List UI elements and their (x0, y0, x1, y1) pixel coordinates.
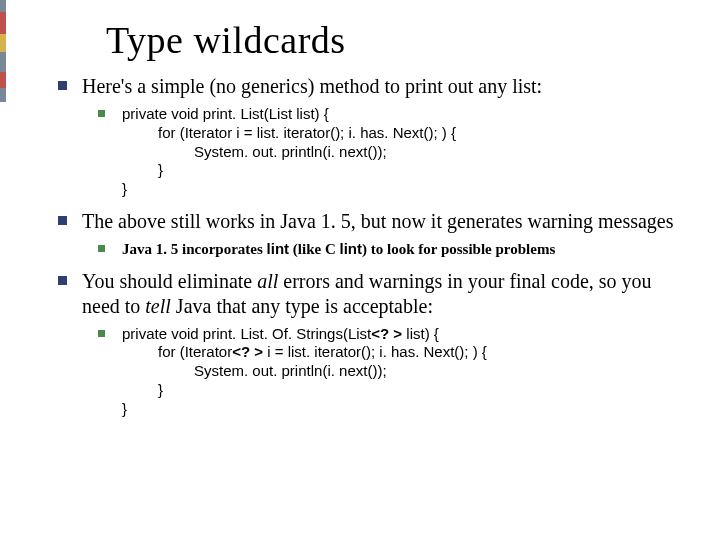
bullet-level1: The above still works in Java 1. 5, but … (52, 209, 690, 234)
code-text: private void print. List. Of. Strings(Li… (122, 325, 371, 342)
code-text: list) { (402, 325, 439, 342)
square-bullet-icon (98, 330, 105, 337)
slide: Type wildcards Here's a simple (no gener… (0, 0, 720, 540)
bullet-level1: Here's a simple (no generics) method to … (52, 74, 690, 99)
accent-segment (0, 34, 6, 52)
accent-segment (0, 72, 6, 88)
code-line: } (122, 381, 690, 400)
code-line: private void print. List. Of. Strings(Li… (122, 325, 690, 344)
square-bullet-icon (98, 110, 105, 117)
code-text: for (Iterator (158, 343, 232, 360)
slide-body: Here's a simple (no generics) method to … (52, 74, 690, 418)
accent-segment (0, 88, 6, 102)
text: You should eliminate (82, 270, 257, 292)
square-bullet-icon (58, 276, 67, 285)
slide-title: Type wildcards (106, 18, 690, 62)
square-bullet-icon (58, 81, 67, 90)
text: Java that any type is acceptable: (171, 295, 433, 317)
code-line: } (122, 180, 690, 199)
accent-segment (0, 12, 6, 34)
square-bullet-icon (98, 245, 105, 252)
code-block: private void print. List. Of. Strings(Li… (94, 325, 690, 419)
accent-segment (0, 0, 6, 12)
code-line: } (122, 161, 690, 180)
code-line: private void print. List(List list) { (122, 105, 690, 124)
square-bullet-icon (58, 216, 67, 225)
text: (like C (289, 241, 339, 257)
bullet-text: Here's a simple (no generics) method to … (82, 75, 542, 97)
code-block: private void print. List(List list) { fo… (94, 105, 690, 199)
accent-segment (0, 52, 6, 72)
inline-code: lint (340, 240, 363, 257)
wildcard: <? > (232, 343, 263, 360)
text: Java 1. 5 incorporates (122, 241, 267, 257)
code-line: } (122, 400, 690, 419)
accent-bar (0, 0, 6, 540)
code-line: System. out. println(i. next()); (122, 143, 690, 162)
inline-code: lint (267, 240, 290, 257)
bullet-level1: You should eliminate all errors and warn… (52, 269, 690, 319)
bullet-level2: Java 1. 5 incorporates lint (like C lint… (94, 240, 690, 259)
text: ) to look for possible problems (362, 241, 555, 257)
code-line: for (Iterator i = list. iterator(); i. h… (122, 124, 690, 143)
wildcard: <? > (371, 325, 402, 342)
bullet-text: The above still works in Java 1. 5, but … (82, 210, 674, 232)
code-line: System. out. println(i. next()); (122, 362, 690, 381)
emphasis: tell (145, 295, 171, 317)
emphasis: all (257, 270, 278, 292)
code-text: i = list. iterator(); i. has. Next(); ) … (263, 343, 487, 360)
code-line: for (Iterator<? > i = list. iterator(); … (122, 343, 690, 362)
